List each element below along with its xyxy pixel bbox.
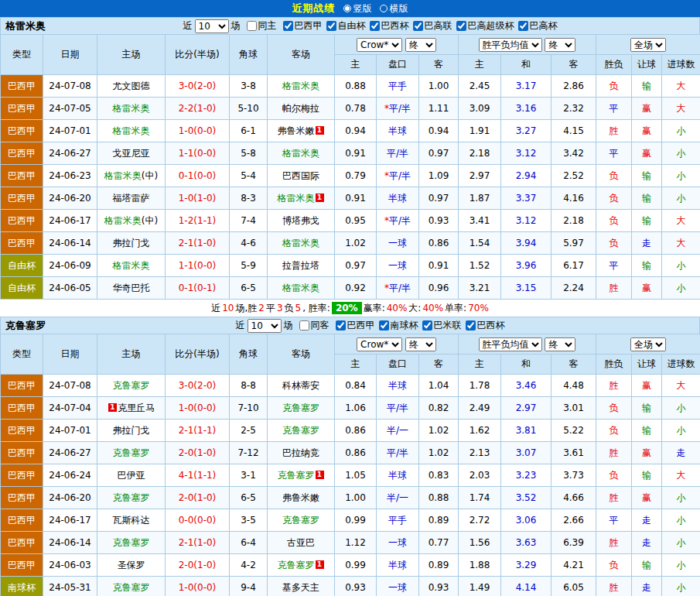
match-count-select[interactable]: 10 <box>195 19 229 33</box>
layout-radio-vertical[interactable]: 竖版 <box>343 2 372 15</box>
corner-score: 7-4 <box>230 210 268 232</box>
asian-away-odds: 0.88 <box>419 487 459 509</box>
euro-odds-type-select[interactable]: 胜平负均值 <box>479 38 542 52</box>
home-team: 格雷米奥(中) <box>97 165 166 187</box>
summary-segment: 单率: <box>445 302 466 315</box>
team-name-text: 克鲁塞罗 <box>282 402 319 413</box>
col-handicap-result: 让球 <box>632 355 662 375</box>
match-count-select[interactable]: 10 <box>248 319 282 333</box>
match-score: 2-1(1-0) <box>166 232 230 255</box>
match-date: 24-07-08 <box>43 75 97 98</box>
league-filter-巴高联[interactable]: 巴高联 <box>409 19 452 33</box>
result-goals: 小 <box>662 397 700 420</box>
team-name-text: 帕尔梅拉 <box>282 103 319 114</box>
asian-odds-time-select[interactable]: 终 <box>405 337 436 351</box>
corner-score: 6-5 <box>230 277 268 300</box>
handicap-text: 半/一 <box>387 492 408 503</box>
layout-radio-horizontal[interactable]: 横版 <box>380 2 408 15</box>
asian-away-odds: 0.82 <box>419 397 459 420</box>
corner-score: 7-12 <box>230 442 268 464</box>
asian-away-odds: 1.02 <box>419 420 459 442</box>
league-filter-巴高超级杯[interactable]: 巴高超级杯 <box>452 19 514 33</box>
league-filter-checkbox[interactable] <box>422 320 432 331</box>
result-handicap: 输 <box>632 554 662 577</box>
result-handicap: 输 <box>632 210 662 232</box>
scope-select[interactable]: 全场 <box>630 337 666 351</box>
team-name-text: 拉普拉塔 <box>282 260 319 271</box>
home-team: 克鲁塞罗 <box>97 487 166 509</box>
league-filter-南球杯[interactable]: 南球杯 <box>375 319 418 332</box>
same-venue-checkbox[interactable] <box>299 320 309 331</box>
league-filter-巴高杯[interactable]: 巴高杯 <box>514 19 558 33</box>
result-handicap: 输 <box>632 75 662 98</box>
radio-unselected-icon[interactable] <box>380 5 388 12</box>
league-filter-巴米联[interactable]: 巴米联 <box>418 319 462 332</box>
euro-home-odds: 1.62 <box>459 420 501 442</box>
team-name-text: 格雷米奥 <box>282 148 319 159</box>
matches-tbody: 巴西甲24-07-08尤文图德3-0(2-0)3-8格雷米奥0.88平手1.00… <box>1 75 700 300</box>
result-goals: 小 <box>662 509 700 532</box>
league-filter-checkbox[interactable] <box>326 21 336 31</box>
same-venue-filter[interactable]: 同主 <box>243 19 277 33</box>
result-goals: 小 <box>662 487 700 509</box>
euro-home-odds: 2.18 <box>459 142 501 165</box>
league-filter-checkbox[interactable] <box>379 320 389 331</box>
result-handicap: 输 <box>632 397 662 420</box>
euro-away-odds: 4.66 <box>551 487 596 509</box>
col-result: 胜负 <box>596 355 632 375</box>
result-win-draw-loss: 胜 <box>596 487 632 509</box>
asian-handicap: 平/半 <box>377 442 419 464</box>
league-filter-checkbox[interactable] <box>370 21 380 31</box>
asian-handicap: 平/半 <box>377 397 419 420</box>
euro-draw-odds: 3.16 <box>501 98 551 120</box>
match-row: 自由杯24-06-05华奇巴托0-1(0-1)6-5格雷米奥0.92*平/半0.… <box>1 277 700 300</box>
team-name-text: 格雷米奥 <box>113 103 150 114</box>
match-score: 2-1(1-0) <box>166 532 230 554</box>
league-filter-巴西甲[interactable]: 巴西甲 <box>332 319 375 332</box>
euro-odds-time-select[interactable]: 终 <box>545 337 575 351</box>
euro-odds-time-select[interactable]: 终 <box>545 38 575 52</box>
match-row: 巴西甲24-06-20福塔雷萨1-0(1-0)8-3格雷米奥10.91半球0.9… <box>1 187 700 210</box>
league-filter-checkbox[interactable] <box>283 21 293 31</box>
result-win-draw-loss: 平 <box>596 98 632 120</box>
euro-odds-header: 胜平负均值 终 <box>459 334 596 355</box>
league-filter-checkbox[interactable] <box>518 21 528 31</box>
euro-away-odds: 4.48 <box>551 375 596 397</box>
summary-segment: , 胜率: <box>302 302 330 315</box>
league-filter-checkbox[interactable] <box>336 320 346 331</box>
asian-odds-time-select[interactable]: 终 <box>405 38 436 52</box>
league-filter-checkbox[interactable] <box>466 320 476 331</box>
scope-select[interactable]: 全场 <box>630 38 666 52</box>
league-filter-checkbox[interactable] <box>456 21 466 31</box>
scope-header: 全场 <box>596 35 700 55</box>
euro-away-odds: 2.32 <box>551 98 596 120</box>
league-type-badge: 巴西甲 <box>1 75 43 98</box>
team-name-text: 圣保罗 <box>118 560 145 570</box>
result-goals: 小 <box>662 142 700 165</box>
team-name-text: 古亚巴 <box>287 537 315 548</box>
odds-provider-select[interactable]: Crow* <box>357 337 402 351</box>
matches-table: 类型 日期 主场 比分(半场) 角球 客场 Crow* 终 胜平负均值 终 全场 <box>0 34 700 300</box>
same-venue-filter[interactable]: 同客 <box>295 319 330 332</box>
result-goals: 小 <box>662 187 700 210</box>
match-score: 4-1(1-1) <box>166 464 230 487</box>
odds-provider-select[interactable]: Crow* <box>357 38 402 52</box>
euro-away-odds: 2.24 <box>551 277 596 300</box>
same-venue-checkbox[interactable] <box>247 21 257 31</box>
away-team: 弗鲁米嫩 <box>268 487 335 509</box>
league-filter-巴西杯[interactable]: 巴西杯 <box>366 19 409 33</box>
euro-odds-type-select[interactable]: 胜平负均值 <box>479 337 542 351</box>
match-date: 24-07-01 <box>43 420 97 442</box>
team-name-text: 克里丘马 <box>118 402 155 413</box>
league-filter-巴西甲[interactable]: 巴西甲 <box>279 19 323 33</box>
match-row: 巴西甲24-06-17格雷米奥(中)1-2(1-1)7-4博塔弗戈0.95*平/… <box>1 210 700 232</box>
league-filter-自由杯[interactable]: 自由杯 <box>323 19 366 33</box>
league-filter-巴西杯[interactable]: 巴西杯 <box>462 319 505 332</box>
handicap-text: 半球 <box>388 125 407 136</box>
filter-controls: 近 10 场 同主 巴西甲自由杯巴西杯巴高联巴高超级杯巴高杯 <box>46 19 695 33</box>
league-filter-label: 巴高联 <box>425 19 452 33</box>
away-team: 格雷米奥 <box>268 75 335 98</box>
radio-selected-icon[interactable] <box>343 5 351 12</box>
euro-away-odds: 4.16 <box>551 187 596 210</box>
league-filter-checkbox[interactable] <box>413 21 423 31</box>
